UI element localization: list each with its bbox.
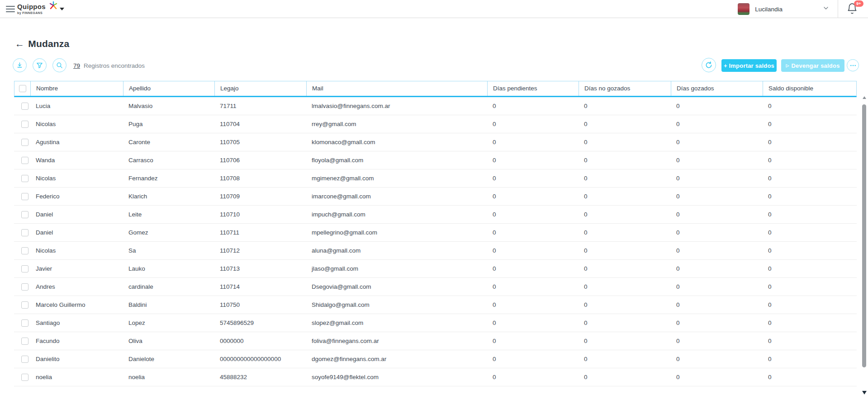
cell-dias-pendientes: 0 bbox=[487, 169, 579, 187]
cell-saldo-disponible: 0 bbox=[763, 224, 857, 241]
table-row[interactable]: Marcelo Guillermo Baldini 110750 Shidalg… bbox=[14, 296, 857, 314]
search-button[interactable] bbox=[52, 58, 66, 72]
cell-mail: Shidalgo@gmall.com bbox=[306, 296, 487, 314]
cell-apellido: Gomez bbox=[123, 224, 214, 241]
brand-logo: Quippos by FINNEGANS bbox=[17, 3, 46, 14]
cell-apellido: Oliva bbox=[123, 332, 214, 350]
table-row[interactable]: Daniel Gomez 110711 mpellegrino@gmall.co… bbox=[14, 224, 857, 242]
chevron-down-icon[interactable] bbox=[822, 5, 830, 14]
cell-dias-pendientes: 0 bbox=[487, 332, 579, 350]
row-checkbox[interactable] bbox=[14, 151, 30, 169]
cell-dias-no-gozados: 0 bbox=[579, 97, 671, 115]
cell-dias-pendientes: 0 bbox=[487, 278, 579, 296]
cell-mail: dgomez@finnegans.com.ar bbox=[306, 350, 487, 368]
cell-dias-pendientes: 0 bbox=[487, 224, 579, 241]
vertical-scrollbar[interactable] bbox=[861, 81, 868, 399]
row-checkbox[interactable] bbox=[14, 296, 30, 314]
table-row[interactable]: Javier Lauko 110713 jlaso@gmall.com 0 0 … bbox=[14, 260, 857, 278]
cell-dias-pendientes: 0 bbox=[487, 115, 579, 133]
user-name[interactable]: Lucilandia bbox=[755, 6, 783, 13]
table-row[interactable]: Nicolas Sa 110712 aluna@gmall.com 0 0 0 … bbox=[14, 242, 857, 260]
row-checkbox[interactable] bbox=[14, 368, 30, 386]
cell-legajo: 110708 bbox=[214, 169, 306, 187]
table-row[interactable]: Federico Klarich 110709 imarcone@gmall.c… bbox=[14, 188, 857, 206]
cell-apellido: Carrasco bbox=[123, 151, 214, 169]
column-header-legajo[interactable]: Legajo bbox=[215, 81, 307, 96]
cell-dias-gozados: 0 bbox=[671, 133, 763, 151]
table-row[interactable]: Danielito Danielote 000000000000000000 d… bbox=[14, 350, 857, 368]
cell-saldo-disponible: 0 bbox=[763, 296, 857, 314]
more-options-icon bbox=[849, 62, 857, 69]
row-checkbox[interactable] bbox=[14, 260, 30, 277]
row-checkbox[interactable] bbox=[14, 115, 30, 133]
cell-mail: rrey@gmall.com bbox=[306, 115, 487, 133]
devengar-saldos-label: Devengar saldos bbox=[792, 62, 840, 69]
table-row[interactable]: Daniel Leite 110710 impuch@gmall.com 0 0… bbox=[14, 206, 857, 224]
row-checkbox[interactable] bbox=[14, 224, 30, 241]
row-checkbox[interactable] bbox=[14, 206, 30, 223]
filter-button[interactable] bbox=[33, 58, 47, 72]
row-checkbox[interactable] bbox=[14, 278, 30, 296]
back-button[interactable]: ← bbox=[15, 38, 24, 49]
notifications-button[interactable]: 9+ bbox=[846, 2, 860, 16]
cell-dias-pendientes: 0 bbox=[487, 368, 579, 386]
scroll-up-icon[interactable] bbox=[863, 96, 866, 99]
cell-dias-no-gozados: 0 bbox=[579, 224, 671, 241]
table-row[interactable]: Wanda Carrasco 110706 floyola@gmall.com … bbox=[14, 151, 857, 169]
select-all-checkbox[interactable] bbox=[14, 81, 31, 96]
cell-saldo-disponible: 0 bbox=[763, 169, 857, 187]
column-header-dias-gozados[interactable]: Días gozados bbox=[671, 81, 763, 96]
row-checkbox[interactable] bbox=[14, 169, 30, 187]
column-header-apellido[interactable]: Apellido bbox=[123, 81, 215, 96]
column-header-mail[interactable]: Mail bbox=[307, 81, 488, 96]
cell-saldo-disponible: 0 bbox=[763, 188, 857, 205]
table-row[interactable]: Nicolas Puga 110704 rrey@gmall.com 0 0 0… bbox=[14, 115, 857, 133]
brand-name: Quippos bbox=[17, 3, 46, 10]
more-options-button[interactable] bbox=[847, 59, 859, 71]
cell-legajo: 110713 bbox=[214, 260, 306, 277]
cell-legajo: 110714 bbox=[214, 278, 306, 296]
table-row[interactable]: noelia noelia 45888232 soyofe9149@flekte… bbox=[14, 368, 857, 386]
import-saldos-button[interactable]: + Importar saldos bbox=[721, 59, 777, 72]
records-label: Registros encontrados bbox=[84, 62, 145, 69]
cell-dias-gozados: 0 bbox=[671, 314, 763, 332]
table-row[interactable]: Santiago Lopez 5745896529 slopez@gmail.c… bbox=[14, 314, 857, 332]
row-checkbox[interactable] bbox=[14, 314, 30, 332]
row-checkbox[interactable] bbox=[14, 97, 30, 115]
scrollbar-thumb[interactable] bbox=[862, 104, 866, 367]
cell-mail: Dsegovia@gmall.com bbox=[306, 278, 487, 296]
brand-dropdown-caret-icon[interactable] bbox=[60, 8, 64, 10]
row-checkbox[interactable] bbox=[14, 350, 30, 368]
cell-saldo-disponible: 0 bbox=[763, 278, 857, 296]
table-row[interactable]: Andres cardinale 110714 Dsegovia@gmall.c… bbox=[14, 278, 857, 296]
column-header-saldo-disponible[interactable]: Saldo disponible bbox=[763, 81, 857, 96]
page-title: ←Mudanza bbox=[15, 38, 69, 49]
row-checkbox[interactable] bbox=[14, 332, 30, 350]
notification-badge: 9+ bbox=[854, 0, 863, 7]
column-header-dias-no-gozados[interactable]: Días no gozados bbox=[579, 81, 671, 96]
cell-mail: klomonaco@gmall.com bbox=[306, 133, 487, 151]
row-checkbox[interactable] bbox=[14, 242, 30, 259]
devengar-saldos-button[interactable]: ▷ Devengar saldos bbox=[781, 59, 844, 72]
cell-saldo-disponible: 0 bbox=[763, 97, 857, 115]
menu-icon[interactable] bbox=[6, 6, 15, 12]
cell-saldo-disponible: 0 bbox=[763, 206, 857, 223]
cell-dias-gozados: 0 bbox=[671, 368, 763, 386]
column-header-nombre[interactable]: Nombre bbox=[31, 81, 123, 96]
table-row[interactable]: Facundo Oliva 0000000 foliva@finnegans.c… bbox=[14, 332, 857, 350]
download-button[interactable] bbox=[13, 58, 27, 72]
cell-dias-gozados: 0 bbox=[671, 151, 763, 169]
scroll-down-icon[interactable] bbox=[862, 391, 867, 394]
column-header-dias-pendientes[interactable]: Días pendientes bbox=[488, 81, 579, 96]
row-checkbox[interactable] bbox=[14, 188, 30, 205]
table-row[interactable]: Agustina Caronte 110705 klomonaco@gmall.… bbox=[14, 133, 857, 151]
table-row[interactable]: Lucia Malvasio 71711 lmalvasio@finnegans… bbox=[14, 97, 857, 115]
table-row[interactable]: Nicolas Fernandez 110708 mgimenez@gmall.… bbox=[14, 169, 857, 188]
cell-dias-no-gozados: 0 bbox=[579, 368, 671, 386]
row-checkbox[interactable] bbox=[14, 133, 30, 151]
cell-legajo: 000000000000000000 bbox=[214, 350, 306, 368]
avatar[interactable] bbox=[738, 3, 749, 15]
records-count[interactable]: 79 bbox=[73, 62, 80, 69]
cell-apellido: Fernandez bbox=[123, 169, 214, 187]
refresh-button[interactable] bbox=[702, 58, 716, 72]
